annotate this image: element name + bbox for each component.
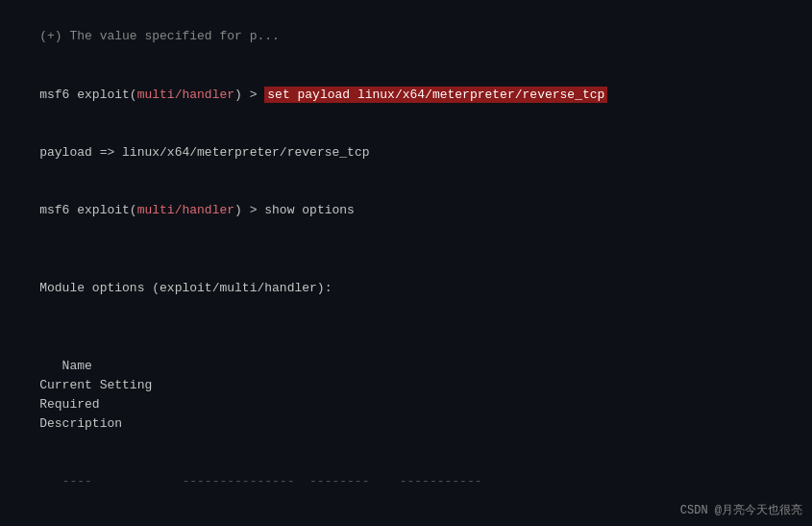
prompt-prefix: msf6 exploit( [39,88,136,102]
prompt-suffix: ) > [234,88,264,102]
blank-1 [10,240,802,260]
col-name-h1: Name [39,357,116,376]
module-options-header: Module options (exploit/multi/handler): [10,260,802,317]
col-desc-h1: Description [39,416,122,431]
col-current-h1: Current Setting [39,376,174,395]
col-required-h1: Required [39,395,126,414]
line-1: (+) The value specified for p... [10,8,802,65]
line-show-options: msf6 exploit(multi/handler) > show optio… [10,182,802,239]
exploit-name2: multi/handler [137,203,234,217]
prompt2-suffix: ) > show options [234,203,355,217]
cmd-set-payload: set payload linux/x64/meterpreter/revers… [264,87,607,103]
terminal: (+) The value specified for p... msf6 ex… [0,0,812,526]
module-options-text: Module options (exploit/multi/handler): [39,281,332,295]
line-payload-result: payload => linux/x64/meterpreter/reverse… [10,124,802,182]
watermark-text: CSDN @月亮今天也很亮 [680,504,802,517]
comment-text: (+) The value specified for p... [39,29,280,43]
prompt2-prefix: msf6 exploit( [39,203,136,217]
blank-2 [10,317,802,337]
table-header-1: Name Current Setting Required Descriptio… [10,337,802,453]
divider-1: ---- --------------- -------- ----------… [39,474,481,488]
exploit-name: multi/handler [137,88,234,102]
payload-arrow: payload [39,145,99,160]
watermark: CSDN @月亮今天也很亮 [680,502,802,518]
line-prompt-payload: msf6 exploit(multi/handler) > set payloa… [10,65,802,123]
